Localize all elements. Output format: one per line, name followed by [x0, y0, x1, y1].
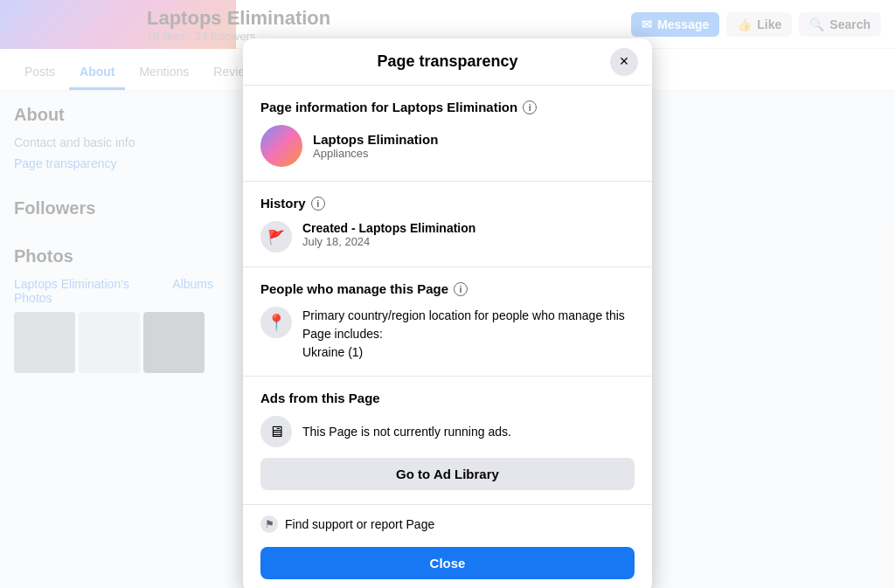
report-link[interactable]: Find support or report Page [285, 517, 434, 531]
manage-text-line1: Primary country/region location for peop… [302, 308, 625, 341]
manage-section: People who manage this Page i 📍 Primary … [243, 267, 652, 377]
close-button[interactable]: Close [260, 547, 635, 579]
history-section: History i 🚩 Created - Laptops Eliminatio… [243, 182, 652, 267]
manage-text: Primary country/region location for peop… [302, 307, 635, 362]
ads-row: 🖥 This Page is not currently running ads… [260, 416, 635, 447]
ads-label: Ads from this Page [260, 391, 635, 405]
close-icon: × [620, 52, 629, 71]
ads-section: Ads from this Page 🖥 This Page is not cu… [243, 377, 652, 505]
modal-header: Page transparency × [243, 38, 652, 86]
page-avatar-inner [260, 125, 302, 167]
manage-location: Ukraine (1) [302, 345, 363, 359]
report-icon: ⚑ [260, 515, 278, 533]
modal-close-button[interactable]: × [610, 48, 638, 76]
ads-screen-icon: 🖥 [260, 416, 292, 447]
history-flag-icon: 🚩 [260, 221, 292, 252]
history-row: 🚩 Created - Laptops Elimination July 18,… [260, 221, 635, 252]
page-info-row: Laptops Elimination Appliances [260, 125, 635, 167]
page-info-text: Laptops Elimination Appliances [313, 132, 438, 160]
page-info-label: Page information for Laptops Elimination… [260, 100, 635, 114]
page-info-icon[interactable]: i [523, 100, 537, 114]
history-text: Created - Laptops Elimination July 18, 2… [302, 221, 475, 248]
manage-location-icon: 📍 [260, 307, 292, 338]
modal-footer: ⚑ Find support or report Page Close [243, 505, 652, 588]
report-row: ⚑ Find support or report Page [260, 515, 635, 533]
page-avatar [260, 125, 302, 167]
modal-title: Page transparency [377, 52, 517, 71]
history-date: July 18, 2024 [302, 235, 475, 248]
history-label: History i [260, 196, 635, 211]
page-info-section: Page information for Laptops Elimination… [243, 86, 652, 182]
ad-library-button[interactable]: Go to Ad Library [260, 458, 635, 490]
page-category: Appliances [313, 147, 438, 160]
manage-label: People who manage this Page i [260, 281, 635, 296]
history-event: Created - Laptops Elimination [302, 221, 475, 235]
page-name: Laptops Elimination [313, 132, 438, 147]
manage-row: 📍 Primary country/region location for pe… [260, 307, 635, 362]
ads-status: This Page is not currently running ads. [302, 425, 511, 439]
manage-info-icon[interactable]: i [454, 282, 468, 296]
page-transparency-modal: Page transparency × Page information for… [243, 38, 652, 588]
history-info-icon[interactable]: i [311, 197, 325, 211]
